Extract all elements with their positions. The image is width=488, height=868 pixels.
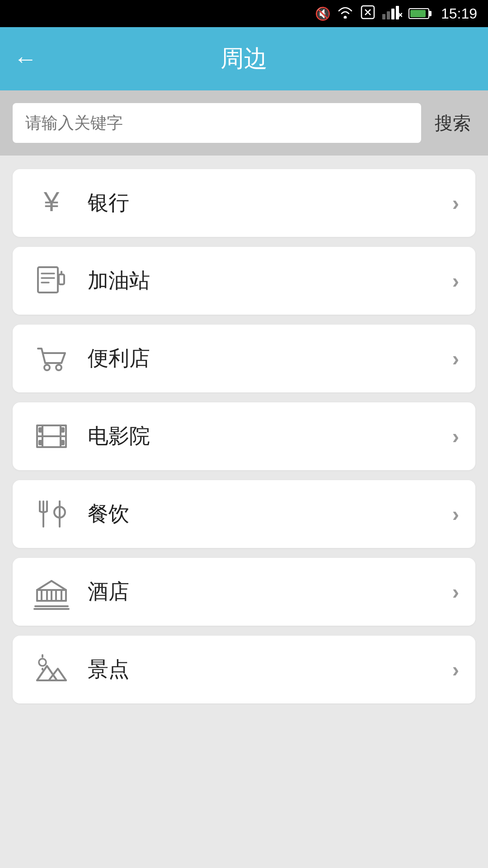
hotel-arrow: › (452, 580, 459, 604)
status-time: 15:19 (441, 5, 477, 22)
bank-arrow: › (452, 191, 459, 215)
back-button[interactable]: ← (14, 47, 37, 71)
svg-rect-23 (39, 441, 42, 444)
list-item-cinema[interactable]: 电影院 › (13, 402, 475, 470)
page-title: 周边 (221, 43, 267, 75)
search-area: 搜索 (0, 90, 488, 156)
svg-text:¥: ¥ (43, 186, 60, 217)
svg-point-16 (44, 365, 50, 370)
convenience-arrow: › (452, 346, 459, 371)
gas-station-icon (29, 263, 74, 299)
svg-rect-3 (382, 14, 385, 19)
convenience-icon (29, 340, 74, 377)
list-item-bank[interactable]: ¥ 银行 › (13, 169, 475, 237)
search-button[interactable]: 搜索 (430, 111, 475, 136)
svg-point-17 (56, 365, 61, 370)
list-item-hotel[interactable]: 酒店 › (13, 558, 475, 626)
svg-rect-10 (38, 267, 58, 292)
bank-label: 银行 (88, 189, 452, 217)
sim-icon (360, 4, 376, 24)
cinema-label: 电影院 (88, 422, 452, 450)
cinema-icon (29, 418, 74, 454)
svg-rect-6 (396, 6, 399, 19)
list-area: ¥ 银行 › 加油站 › (0, 156, 488, 717)
status-icons: 🔇 (315, 4, 429, 24)
svg-rect-22 (39, 428, 42, 432)
hotel-label: 酒店 (88, 578, 452, 606)
wifi-icon (337, 6, 353, 22)
scenic-icon (29, 651, 74, 688)
restaurant-label: 餐饮 (88, 500, 452, 528)
list-item-restaurant[interactable]: 餐饮 › (13, 480, 475, 548)
svg-rect-14 (59, 274, 64, 284)
bank-icon: ¥ (29, 185, 74, 221)
footer-space (0, 717, 488, 868)
signal-icon (382, 5, 402, 23)
svg-line-31 (37, 581, 52, 590)
restaurant-icon (29, 496, 74, 532)
list-item-gas-station[interactable]: 加油站 › (13, 247, 475, 315)
gas-station-arrow: › (452, 269, 459, 293)
svg-line-32 (52, 581, 66, 590)
gas-station-label: 加油站 (88, 267, 452, 295)
restaurant-arrow: › (452, 502, 459, 526)
hotel-icon (29, 574, 74, 610)
status-bar: 🔇 (0, 0, 488, 27)
svg-rect-25 (61, 441, 64, 444)
battery-icon (408, 8, 429, 19)
svg-rect-4 (387, 11, 390, 19)
cinema-arrow: › (452, 424, 459, 448)
svg-rect-5 (391, 9, 394, 19)
scenic-arrow: › (452, 657, 459, 682)
header: ← 周边 (0, 27, 488, 90)
convenience-label: 便利店 (88, 344, 452, 373)
svg-rect-24 (61, 428, 64, 432)
list-item-scenic[interactable]: 景点 › (13, 636, 475, 703)
svg-point-44 (39, 659, 46, 666)
mute-icon: 🔇 (315, 6, 331, 21)
search-input[interactable] (13, 103, 421, 143)
scenic-label: 景点 (88, 656, 452, 684)
list-item-convenience[interactable]: 便利店 › (13, 325, 475, 392)
